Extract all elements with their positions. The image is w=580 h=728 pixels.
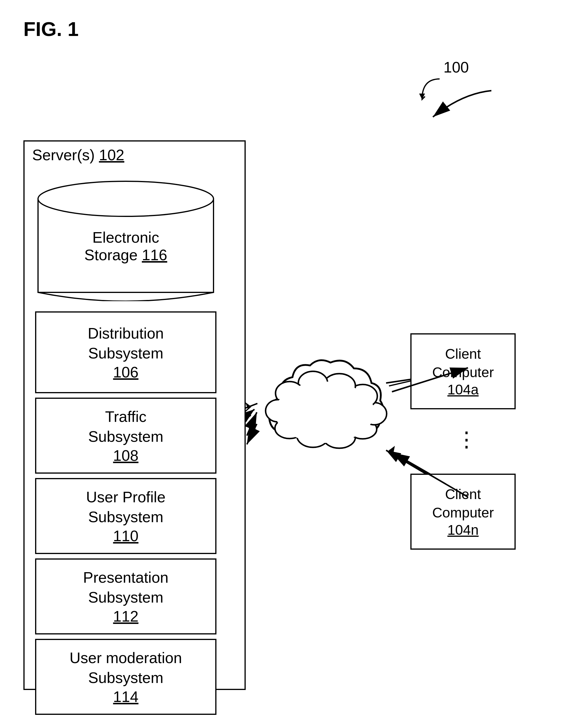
user-moderation-subsystem-ref: 114 xyxy=(113,688,138,705)
client-104n-ref: 104n xyxy=(448,522,479,538)
svg-marker-10 xyxy=(245,402,251,409)
figure-label: FIG. 1 xyxy=(23,18,79,40)
dots-separator: ⋮ xyxy=(456,427,478,451)
server-label: Server(s) 102 xyxy=(32,146,124,164)
distribution-subsystem-ref: 106 xyxy=(113,363,138,381)
user-moderation-subsystem-title: User moderation Subsystem xyxy=(70,648,182,688)
client-104a-ref: 104a xyxy=(448,382,479,398)
traffic-subsystem-ref: 108 xyxy=(113,447,138,464)
cylinder-svg: Electronic Storage 116 xyxy=(35,178,217,301)
user-profile-subsystem-title: User Profile Subsystem xyxy=(86,487,166,527)
svg-text:Storage 116: Storage 116 xyxy=(84,246,167,263)
distribution-subsystem-title: Distribution Subsystem xyxy=(88,324,164,363)
svg-marker-0 xyxy=(419,94,425,99)
network-cloud xyxy=(252,351,392,462)
electronic-storage-container: Electronic Storage 116 xyxy=(35,178,217,301)
presentation-subsystem-title: Presentation Subsystem xyxy=(83,568,169,607)
svg-text:Electronic: Electronic xyxy=(93,229,159,246)
client-104n-box: Client Computer 104n xyxy=(410,474,516,550)
traffic-subsystem-title: Traffic Subsystem xyxy=(88,407,163,446)
ref-100-label: 100 xyxy=(444,58,469,76)
svg-point-29 xyxy=(38,181,213,216)
traffic-subsystem-box: Traffic Subsystem 108 xyxy=(35,398,217,474)
svg-point-27 xyxy=(275,382,374,443)
ref-100-arrow xyxy=(416,76,451,111)
user-profile-subsystem-ref: 110 xyxy=(113,527,138,545)
client-104a-box: Client Computer 104a xyxy=(410,333,516,409)
presentation-subsystem-ref: 112 xyxy=(113,607,138,625)
user-profile-subsystem-box: User Profile Subsystem 110 xyxy=(35,478,217,554)
user-moderation-subsystem-box: User moderation Subsystem 114 xyxy=(35,639,217,715)
distribution-subsystem-box: Distribution Subsystem 106 xyxy=(35,311,217,393)
client-104a-title: Client Computer xyxy=(432,345,494,382)
presentation-subsystem-box: Presentation Subsystem 112 xyxy=(35,558,217,634)
client-104n-title: Client Computer xyxy=(432,485,494,522)
